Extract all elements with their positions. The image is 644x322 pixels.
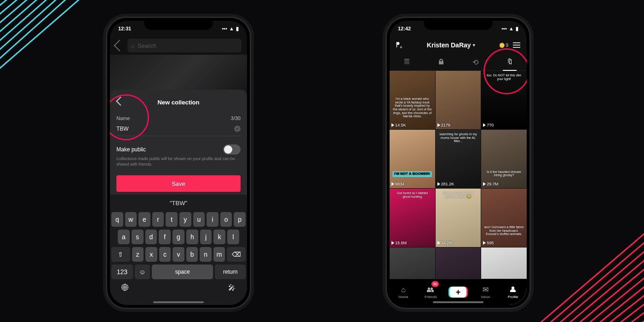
key-h[interactable]: h	[186, 230, 198, 244]
video-thumb[interactable]: 9834I'M NOT A BOOMER!	[390, 130, 435, 188]
video-caption: too. Do NOT let this dim your light!	[484, 74, 524, 80]
svg-line-15	[543, 258, 644, 322]
backspace-key[interactable]: ⌫	[227, 247, 246, 262]
key-s[interactable]: s	[132, 230, 144, 244]
video-caption: I'M NOT A BOOMER!	[392, 171, 432, 177]
profile-name-dropdown[interactable]: Kristen DaRay ▾	[427, 41, 475, 49]
clear-icon[interactable]: ×	[234, 126, 241, 132]
search-placeholder: Search	[138, 42, 156, 49]
video-caption: and I borrowed a little fabric from her …	[484, 225, 524, 236]
mic-icon[interactable]: 🎤︎	[228, 284, 236, 292]
view-count: 770	[483, 123, 494, 127]
video-thumb[interactable]: 595and I borrowed a little fabric from h…	[481, 189, 527, 247]
key-n[interactable]: n	[200, 247, 212, 262]
view-count: 9834	[391, 182, 404, 186]
view-count: 14.5K	[391, 123, 406, 127]
coin-balance[interactable]: 🪙 9	[499, 43, 508, 48]
home-indicator[interactable]	[433, 301, 483, 303]
key-j[interactable]: j	[200, 230, 212, 244]
make-public-desc: Collections made public will be shown on…	[116, 156, 241, 167]
sheet-back-icon[interactable]	[116, 97, 125, 106]
bg-scribble-cyan	[0, 0, 110, 110]
sheet-title: New collection	[157, 99, 199, 106]
key-m[interactable]: m	[213, 247, 225, 262]
make-public-label: Make public	[116, 146, 146, 153]
key-k[interactable]: k	[213, 230, 225, 244]
notch	[144, 18, 213, 30]
svg-line-18	[570, 285, 644, 322]
tab-private[interactable]: 🔒︎	[424, 54, 459, 70]
name-input[interactable]: TBW	[116, 126, 129, 132]
svg-line-12	[515, 230, 644, 322]
key-t[interactable]: t	[166, 212, 178, 227]
key-u[interactable]: u	[193, 212, 205, 227]
menu-icon[interactable]	[513, 42, 520, 48]
globe-icon[interactable]: 🌐︎	[121, 284, 129, 292]
keyboard[interactable]: "TBW" qwertyuiop asdfghjkl ⇧ zxcvbnm ⌫ 1…	[110, 195, 247, 305]
key-p[interactable]: p	[234, 212, 246, 227]
key-x[interactable]: x	[145, 247, 157, 262]
search-input[interactable]: ⌕ Search	[127, 39, 242, 52]
grid-icon: 𝄜	[404, 58, 409, 66]
svg-line-2	[0, 0, 92, 74]
key-d[interactable]: d	[145, 230, 157, 244]
key-y[interactable]: y	[179, 212, 191, 227]
plus-icon: +	[450, 287, 466, 298]
key-i[interactable]: i	[207, 212, 218, 227]
shift-key[interactable]: ⇧	[111, 247, 130, 262]
svg-line-6	[0, 0, 46, 28]
key-q[interactable]: q	[111, 212, 123, 227]
keyboard-suggestion[interactable]: "TBW"	[111, 196, 246, 209]
video-grid: 14.5KI'm a black woman who wrote a YA fa…	[390, 71, 527, 305]
key-c[interactable]: c	[159, 247, 171, 262]
search-icon: ⌕	[131, 42, 135, 49]
video-thumb[interactable]: 34.2MBored and looking for ghosts at wor…	[436, 189, 481, 247]
nav-home[interactable]: ⌂Home	[390, 279, 417, 305]
svg-line-5	[0, 0, 55, 37]
tab-posts[interactable]: 𝄜	[390, 54, 424, 70]
home-icon: ⌂	[401, 286, 406, 294]
key-o[interactable]: o	[220, 212, 232, 227]
key-f[interactable]: f	[159, 230, 171, 244]
tab-favorites[interactable]: 🔖︎	[493, 54, 527, 70]
svg-line-21	[598, 313, 644, 322]
battery-icon: ▮	[516, 26, 518, 32]
tab-reposts[interactable]: ⟲	[458, 54, 493, 70]
notch	[424, 18, 493, 30]
save-button[interactable]: Save	[116, 175, 241, 192]
video-thumb[interactable]: 2179	[436, 71, 481, 129]
make-public-toggle[interactable]	[223, 144, 241, 155]
view-count: 29.7M	[483, 182, 498, 186]
profile-tabs: 𝄜 🔒︎ ⟲ 🔖︎	[390, 54, 527, 71]
key-w[interactable]: w	[125, 212, 137, 227]
video-thumb[interactable]: 281.2Ksearching for ghosts in my moms ho…	[436, 130, 481, 188]
video-thumb[interactable]: 15.6MGot bored so I started ghost huntin…	[390, 189, 435, 247]
space-key[interactable]: space	[152, 264, 213, 279]
emoji-key[interactable]: ☺	[135, 264, 150, 279]
video-thumb[interactable]: 14.5KI'm a black woman who wrote a YA fa…	[390, 71, 435, 129]
numbers-key[interactable]: 123	[111, 264, 133, 279]
phone-right: 12:42 ▪▪▪ ▲ ▮ ᖰ₊ Kristen DaRay ▾ 🪙 9 �	[385, 17, 531, 309]
key-e[interactable]: e	[138, 212, 150, 227]
nav-profile[interactable]: 👤︎Profile	[499, 279, 527, 305]
view-count: 2179	[437, 123, 450, 127]
video-thumb[interactable]: 29.7MIs it the haunted dresser being gho…	[481, 130, 527, 188]
key-r[interactable]: r	[152, 212, 164, 227]
key-l[interactable]: l	[227, 230, 239, 244]
key-v[interactable]: v	[172, 247, 184, 262]
add-friend-icon[interactable]: ᖰ₊	[396, 41, 402, 49]
status-time: 12:31	[118, 26, 131, 31]
key-g[interactable]: g	[172, 230, 184, 244]
svg-line-8	[0, 0, 28, 9]
key-a[interactable]: a	[118, 230, 130, 244]
return-key[interactable]: return	[215, 264, 246, 279]
view-count: 15.6M	[391, 241, 407, 245]
coin-count: 9	[506, 43, 508, 48]
back-icon[interactable]	[114, 40, 125, 51]
key-b[interactable]: b	[186, 247, 198, 262]
bookmark-icon: 🔖︎	[506, 58, 513, 66]
home-indicator[interactable]	[153, 301, 204, 303]
video-thumb[interactable]: 770too. Do NOT let this dim your light!	[481, 71, 527, 129]
chevron-down-icon: ▾	[473, 43, 475, 47]
key-z[interactable]: z	[132, 247, 144, 262]
